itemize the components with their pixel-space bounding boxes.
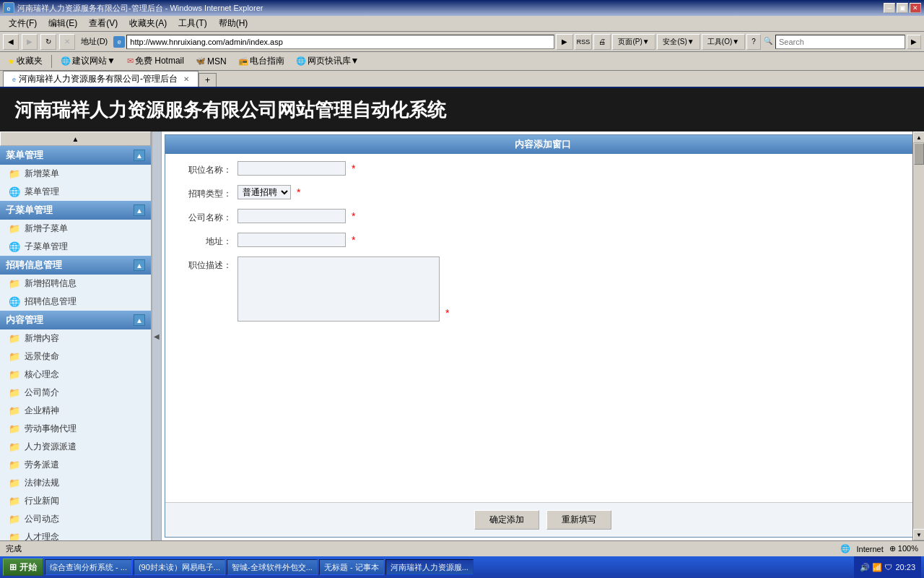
favorites-bar: ★ 收藏夹 🌐 建议网站▼ ✉ 免费 Hotmail 🦋 MSN 📻 电台指南 … bbox=[0, 52, 924, 71]
address-bar: ◀ ▶ ↻ ✕ 地址(D) e ▶ RSS 🖨 页面(P)▼ 安全(S)▼ 工具… bbox=[0, 32, 924, 52]
page-icon: e bbox=[113, 36, 125, 48]
sidebar-item-submenu-mgmt[interactable]: 🌐 子菜单管理 bbox=[0, 238, 151, 256]
back-button[interactable]: ◀ bbox=[3, 34, 19, 50]
status-zoom: ⊕ 100% bbox=[889, 544, 918, 553]
scroll-down-button[interactable]: ▼ bbox=[913, 529, 924, 540]
sidebar-section-recruit-collapse[interactable]: ▲ bbox=[134, 259, 145, 271]
taskbar-item-4[interactable]: 河南瑞祥人力资源服... bbox=[385, 559, 474, 575]
tab-bar: e 河南瑞祥人力资源服务有限公司-管理后台 ✕ + bbox=[0, 71, 924, 88]
taskbar-item-0[interactable]: 综合查询分析系统 - ... bbox=[45, 559, 132, 575]
sidebar-scroll-up[interactable]: ▲ bbox=[0, 131, 151, 146]
job-name-input[interactable] bbox=[237, 161, 346, 176]
sidebar-item-news[interactable]: 📁 行业新闻 bbox=[0, 492, 151, 510]
sidebar-section-submenu[interactable]: 子菜单管理 ▲ bbox=[0, 201, 151, 220]
sidebar-section-content-collapse[interactable]: ▲ bbox=[134, 314, 145, 326]
form-label-company-name: 公司名称： bbox=[180, 209, 237, 224]
menu-help[interactable]: 帮助(H) bbox=[213, 16, 254, 31]
sidebar-item-about[interactable]: 📁 公司简介 bbox=[0, 384, 151, 402]
sidebar-section-menu-collapse[interactable]: ▲ bbox=[134, 150, 145, 161]
tab-close-icon[interactable]: ✕ bbox=[183, 75, 189, 83]
scroll-thumb[interactable] bbox=[914, 143, 924, 165]
sidebar-section-recruit[interactable]: 招聘信息管理 ▲ bbox=[0, 256, 151, 275]
sidebar-item-recruit-mgmt[interactable]: 🌐 招聘信息管理 bbox=[0, 293, 151, 311]
sidebar-item-dispatch[interactable]: 📁 劳务派遣 bbox=[0, 456, 151, 474]
globe-icon-2: 🌐 bbox=[9, 241, 20, 252]
menu-view[interactable]: 查看(V) bbox=[83, 16, 123, 31]
sidebar-item-hr-dispatch-label: 人力资源派遣 bbox=[25, 441, 77, 453]
stop-button[interactable]: ✕ bbox=[59, 34, 75, 50]
menu-favorites[interactable]: 收藏夹(A) bbox=[123, 16, 173, 31]
sidebar-item-new-content-label: 新增内容 bbox=[25, 332, 59, 345]
sidebar-item-new-submenu[interactable]: 📁 新增子菜单 bbox=[0, 220, 151, 238]
fav-hotmail[interactable]: ✉ 免费 Hotmail bbox=[123, 53, 188, 69]
rss-button[interactable]: RSS bbox=[575, 34, 592, 50]
sidebar-item-talent[interactable]: 📁 人才理念 bbox=[0, 528, 151, 540]
sidebar-item-labor[interactable]: 📁 劳动事物代理 bbox=[0, 420, 151, 438]
description-textarea[interactable] bbox=[237, 256, 440, 322]
sidebar-item-new-menu[interactable]: 📁 新增菜单 bbox=[0, 165, 151, 183]
recruit-type-select[interactable]: 普通招聘 bbox=[237, 185, 291, 199]
fav-suggest-label: 建议网站▼ bbox=[72, 55, 116, 67]
start-button[interactable]: ⊞ 开始 bbox=[3, 558, 43, 576]
safety-menu-button[interactable]: 安全(S)▼ bbox=[657, 34, 700, 50]
taskbar-item-3[interactable]: 无标题 - 记事本 bbox=[319, 559, 384, 575]
form-row-job-name: 职位名称： * bbox=[180, 161, 906, 176]
new-tab-button[interactable]: + bbox=[199, 73, 217, 87]
address-input[interactable] bbox=[126, 35, 554, 49]
fav-suggest-site[interactable]: 🌐 建议网站▼ bbox=[56, 53, 120, 69]
minimize-button[interactable]: ─ bbox=[884, 3, 895, 13]
print-button[interactable]: 🖨 bbox=[593, 34, 611, 50]
address-area: e ▶ RSS 🖨 页面(P)▼ 安全(S)▼ 工具(O)▼ ? bbox=[113, 34, 761, 50]
refresh-button[interactable]: ↻ bbox=[40, 34, 56, 50]
page-menu-button[interactable]: 页面(P)▼ bbox=[612, 34, 655, 50]
reset-button[interactable]: 重新填写 bbox=[546, 510, 611, 530]
close-button[interactable]: ✕ bbox=[910, 3, 921, 13]
search-input[interactable] bbox=[775, 35, 905, 49]
sidebar-item-menu-mgmt[interactable]: 🌐 菜单管理 bbox=[0, 183, 151, 201]
help-menu-button[interactable]: ? bbox=[746, 34, 761, 50]
folder-icon-9: 📁 bbox=[9, 423, 20, 434]
sidebar-item-law[interactable]: 📁 法律法规 bbox=[0, 474, 151, 492]
company-name-input[interactable] bbox=[237, 209, 346, 223]
confirm-add-button[interactable]: 确定添加 bbox=[474, 510, 539, 530]
fav-webslices[interactable]: 🌐 网页快讯库▼ bbox=[292, 53, 364, 69]
main-tab[interactable]: e 河南瑞祥人力资源服务有限公司-管理后台 ✕ bbox=[3, 71, 199, 87]
sidebar-section-submenu-collapse[interactable]: ▲ bbox=[134, 204, 145, 216]
tools-menu-button[interactable]: 工具(O)▼ bbox=[702, 34, 745, 50]
fav-msn[interactable]: 🦋 MSN bbox=[191, 55, 231, 68]
fav-radio[interactable]: 📻 电台指南 bbox=[234, 53, 289, 69]
taskbar-item-2[interactable]: 智城-全球软件外包交... bbox=[227, 559, 318, 575]
address-input-field[interactable] bbox=[237, 233, 346, 247]
fav-star-item[interactable]: ★ 收藏夹 bbox=[3, 53, 47, 69]
content-window-title: 内容添加窗口 bbox=[165, 135, 920, 154]
sidebar-collapse-button[interactable]: ◀ bbox=[152, 131, 162, 540]
sidebar-item-core[interactable]: 📁 核心理念 bbox=[0, 366, 151, 384]
menu-file[interactable]: 文件(F) bbox=[3, 16, 43, 31]
fav-radio-label: 电台指南 bbox=[250, 55, 284, 67]
scroll-track bbox=[913, 143, 924, 529]
sidebar-item-spirit[interactable]: 📁 企业精神 bbox=[0, 402, 151, 420]
menu-edit[interactable]: 编辑(E) bbox=[43, 16, 83, 31]
webslice-icon: 🌐 bbox=[296, 56, 306, 66]
folder-icon-2: 📁 bbox=[9, 223, 20, 234]
restore-button[interactable]: ▣ bbox=[897, 3, 908, 13]
sidebar-section-menu[interactable]: 菜单管理 ▲ bbox=[0, 146, 151, 165]
required-star-3: * bbox=[352, 210, 355, 222]
form-control-description: * bbox=[237, 256, 449, 324]
folder-icon-15: 📁 bbox=[9, 532, 20, 540]
menu-tools[interactable]: 工具(T) bbox=[173, 16, 212, 31]
taskbar-item-1[interactable]: (90封未读）网易电子... bbox=[134, 559, 225, 575]
scroll-up-button[interactable]: ▲ bbox=[913, 131, 924, 143]
sidebar-item-new-content[interactable]: 📁 新增内容 bbox=[0, 329, 151, 348]
sidebar-section-content[interactable]: 内容管理 ▲ bbox=[0, 311, 151, 329]
form-label-description: 职位描述： bbox=[180, 256, 237, 272]
sidebar-item-hr-dispatch[interactable]: 📁 人力资源派遣 bbox=[0, 438, 151, 456]
star-icon: ★ bbox=[7, 56, 15, 66]
sidebar-item-dynamics[interactable]: 📁 公司动态 bbox=[0, 510, 151, 528]
sidebar-item-menu-mgmt-label: 菜单管理 bbox=[25, 186, 59, 198]
go-button[interactable]: ▶ bbox=[556, 34, 573, 50]
search-go-button[interactable]: ▶ bbox=[907, 35, 921, 49]
sidebar-item-new-recruit[interactable]: 📁 新增招聘信息 bbox=[0, 275, 151, 293]
forward-button[interactable]: ▶ bbox=[22, 34, 38, 50]
sidebar-item-vision[interactable]: 📁 远景使命 bbox=[0, 348, 151, 366]
